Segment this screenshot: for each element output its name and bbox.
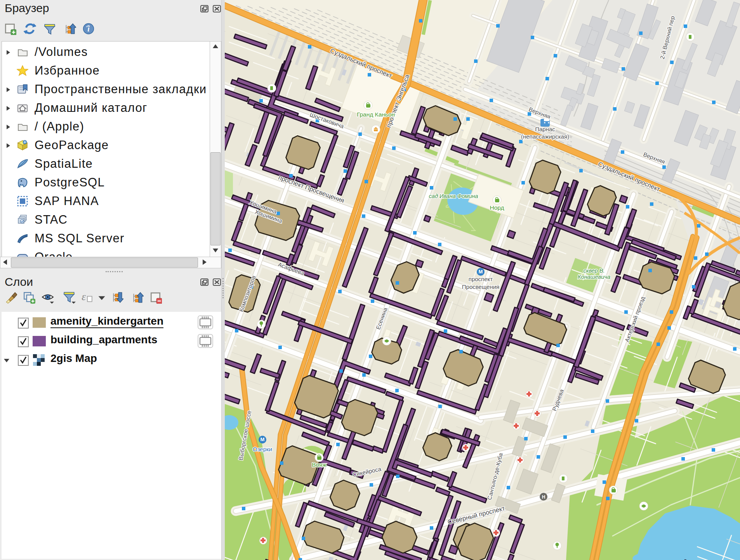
svg-text:Просвещения: Просвещения <box>462 283 499 290</box>
svg-text:Парнас: Парнас <box>535 126 555 132</box>
svg-text:M: M <box>479 269 483 275</box>
svg-text:Конашевича: Конашевича <box>578 274 610 280</box>
svg-text:Вояж: Вояж <box>312 461 327 468</box>
svg-text:проспект: проспект <box>469 276 493 282</box>
svg-text:M: M <box>261 437 265 442</box>
svg-text:Гранд Каньон: Гранд Каньон <box>357 111 395 118</box>
svg-text:Озерки: Озерки <box>253 446 272 452</box>
svg-text:H: H <box>542 494 545 500</box>
svg-text:сквер В.: сквер В. <box>583 268 605 274</box>
svg-text:Норд: Норд <box>490 204 504 211</box>
svg-text:(непассажирская): (непассажирская) <box>521 133 569 140</box>
svg-text:ε: ε <box>82 291 86 303</box>
svg-text:i: i <box>87 24 90 33</box>
svg-text:сад Ивана Фомина: сад Ивана Фомина <box>429 193 478 199</box>
